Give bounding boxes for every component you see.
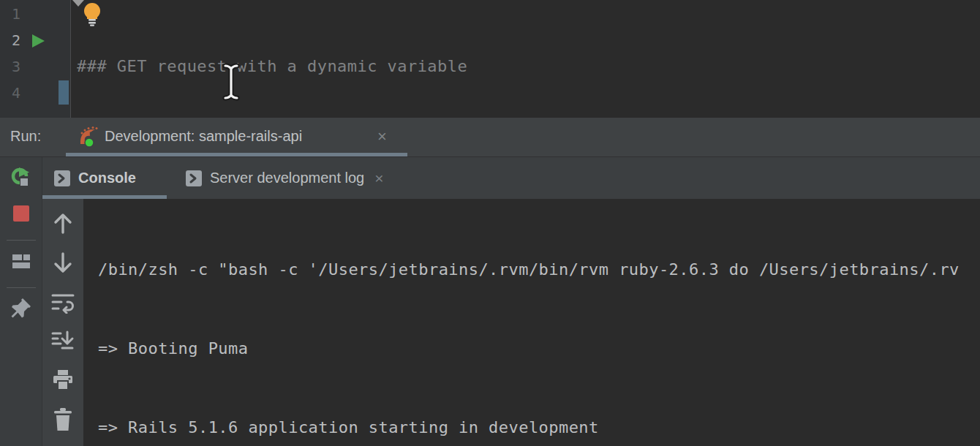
- run-tool-window-header: Run: Development: sample-rails-api ×: [0, 118, 980, 156]
- line-number: 3: [12, 53, 29, 80]
- tab-server-development-log[interactable]: Server development log ×: [186, 157, 384, 199]
- line-number: 2: [12, 27, 29, 53]
- console-icon: [186, 170, 202, 186]
- print-icon[interactable]: [52, 369, 74, 391]
- code-area[interactable]: ### GET request with a dynamic variable …: [77, 1, 980, 110]
- ide-window: 1 2 3 4 ### GET request with a dynamic v…: [0, 0, 980, 446]
- console-toolbar: [42, 199, 83, 446]
- console-icon: [54, 170, 70, 186]
- toolbar-separator: [7, 240, 36, 241]
- console-output[interactable]: /bin/zsh -c "bash -c '/Users/jetbrains/.…: [83, 199, 980, 446]
- console-tab-selected-underline: [42, 195, 167, 199]
- close-run-tab-icon[interactable]: ×: [377, 127, 387, 146]
- code-line-comment: ### GET request with a dynamic variable: [77, 53, 980, 80]
- console-line: => Booting Puma: [98, 336, 980, 362]
- console-tab-bar: Console Server development log ×: [42, 157, 980, 199]
- stop-icon[interactable]: [13, 205, 29, 222]
- layout-icon[interactable]: [12, 253, 31, 271]
- up-arrow-icon[interactable]: [51, 211, 75, 235]
- tab-console[interactable]: Console: [42, 157, 167, 199]
- http-request-editor[interactable]: 1 2 3 4 ### GET request with a dynamic v…: [0, 0, 980, 118]
- toolbar-separator: [7, 287, 36, 288]
- console-line: => Rails 5.1.6 application starting in d…: [98, 415, 980, 441]
- down-arrow-icon[interactable]: [51, 252, 75, 275]
- run-config-tab-title[interactable]: Development: sample-rails-api: [105, 128, 302, 145]
- run-label: Run:: [10, 128, 41, 145]
- run-request-gutter-icon[interactable]: [32, 34, 45, 48]
- rerun-icon[interactable]: [10, 167, 31, 188]
- vcs-change-marker[interactable]: [59, 80, 69, 105]
- run-toolbar: [0, 157, 42, 446]
- line-number: 4: [12, 80, 29, 106]
- editor-gutter: 1 2 3 4: [0, 0, 71, 118]
- soft-wrap-icon[interactable]: [51, 292, 75, 314]
- line-number: 1: [12, 1, 29, 27]
- console-line: /bin/zsh -c "bash -c '/Users/jetbrains/.…: [98, 257, 980, 283]
- intention-bulb-icon[interactable]: [81, 2, 103, 26]
- rails-run-config-icon[interactable]: [75, 124, 100, 149]
- close-tab-icon[interactable]: ×: [374, 170, 383, 187]
- pin-icon[interactable]: [10, 297, 32, 320]
- scroll-to-end-icon[interactable]: [51, 330, 75, 352]
- process-running-indicator: [85, 138, 94, 147]
- clear-trash-icon[interactable]: [53, 408, 72, 431]
